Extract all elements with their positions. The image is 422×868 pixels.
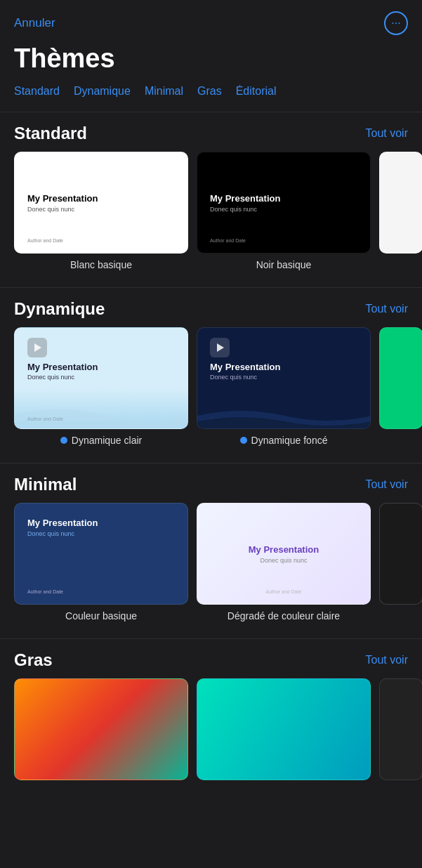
theme-thumb-gras-2[interactable] [197,678,371,780]
blanc-author: Author and Date [27,238,63,243]
tab-gras[interactable]: Gras [197,85,222,98]
dot-dark [240,437,247,444]
blanc-label: Blanc basique [70,259,132,270]
theme-thumb-dyn-light[interactable]: My Presentation Donec quis nunc Author a… [14,327,188,429]
section-gras: Gras Tout voir [0,639,422,791]
header: Annuler ··· [0,0,422,41]
theme-card-partial-gras[interactable] [379,678,422,780]
section-standard: Standard Tout voir My Presentation Donec… [0,112,422,282]
noir-label: Noir basique [256,259,312,270]
noir-sub: Donec quis nunc [210,206,357,213]
play-icon-light [27,338,47,357]
section-title-dynamique: Dynamique [14,299,105,319]
more-button[interactable]: ··· [384,11,408,35]
degrade-title: My Presentation [249,544,319,555]
tab-dynamique[interactable]: Dynamique [74,85,131,98]
degrade-author: Author and Date [266,589,302,594]
theme-card-partial-minimal[interactable] [379,503,422,622]
see-all-minimal[interactable]: Tout voir [366,478,408,491]
section-title-minimal: Minimal [14,475,77,494]
section-title-gras: Gras [14,650,53,670]
themes-row-standard: My Presentation Donec quis nunc Author a… [0,152,422,282]
theme-card-degrade[interactable]: My Presentation Donec quis nunc Author a… [197,503,371,622]
section-header-standard: Standard Tout voir [0,112,422,152]
theme-thumb-blanc[interactable]: My Presentation Donec quis nunc Author a… [14,152,188,254]
theme-thumb-gras-1[interactable] [14,678,188,780]
theme-card-gras-1[interactable] [14,678,188,780]
tab-minimal[interactable]: Minimal [145,85,183,98]
play-triangle-dark [217,343,224,352]
theme-thumb-partial-dyn[interactable] [379,327,422,429]
page-title: Thèmes [0,41,422,85]
see-all-gras[interactable]: Tout voir [366,654,408,666]
see-all-dynamique[interactable]: Tout voir [366,303,408,315]
blanc-title: My Presentation [27,193,175,204]
dyn-light-label: Dynamique clair [72,435,142,446]
theme-card-dyn-light[interactable]: My Presentation Donec quis nunc Author a… [14,327,188,446]
section-dynamique: Dynamique Tout voir My Presentation Done… [0,288,422,457]
section-header-gras: Gras Tout voir [0,639,422,678]
tab-editorial[interactable]: Éditorial [236,85,277,98]
theme-thumb-dyn-dark[interactable]: My Presentation Donec quis nunc Author a… [197,327,371,429]
tab-standard[interactable]: Standard [14,85,60,98]
dyn-dark-label-container: Dynamique foncé [240,435,328,446]
noir-author: Author and Date [210,238,246,243]
theme-card-partial-standard[interactable] [379,152,422,270]
couleur-sub: Donec quis nunc [27,530,175,537]
themes-row-dynamique: My Presentation Donec quis nunc Author a… [0,327,422,457]
themes-row-minimal: My Presentation Donec quis nunc Author a… [0,503,422,633]
dyn-light-sub: Donec quis nunc [27,374,175,381]
theme-thumb-noir[interactable]: My Presentation Donec quis nunc Author a… [197,152,371,254]
themes-row-gras [0,678,422,791]
section-header-minimal: Minimal Tout voir [0,463,422,503]
dot-light [60,437,67,444]
couleur-label: Couleur basique [65,610,137,622]
theme-card-blanc[interactable]: My Presentation Donec quis nunc Author a… [14,152,188,270]
couleur-title: My Presentation [27,518,175,528]
degrade-sub: Donec quis nunc [260,557,307,564]
theme-thumb-partial-standard[interactable] [379,152,422,254]
dyn-dark-title: My Presentation [210,362,357,372]
more-icon: ··· [391,17,400,29]
section-header-dynamique: Dynamique Tout voir [0,288,422,327]
dyn-dark-sub: Donec quis nunc [210,374,357,381]
dyn-dark-label: Dynamique foncé [251,435,328,446]
play-triangle-light [34,343,41,352]
theme-card-couleur[interactable]: My Presentation Donec quis nunc Author a… [14,503,188,622]
filter-tabs: Standard Dynamique Minimal Gras Éditoria… [0,85,422,112]
couleur-author: Author and Date [27,589,63,594]
play-icon-dark [210,338,230,357]
theme-thumb-couleur[interactable]: My Presentation Donec quis nunc Author a… [14,503,188,605]
degrade-label: Dégradé de couleur claire [228,610,340,622]
theme-thumb-degrade[interactable]: My Presentation Donec quis nunc Author a… [197,503,371,605]
wave-light [15,400,188,428]
dyn-light-label-container: Dynamique clair [60,435,142,446]
dyn-light-title: My Presentation [27,362,175,372]
blanc-sub: Donec quis nunc [27,206,175,213]
theme-thumb-partial-gras[interactable] [379,678,422,780]
theme-card-dyn-dark[interactable]: My Presentation Donec quis nunc Author a… [197,327,371,446]
theme-card-noir[interactable]: My Presentation Donec quis nunc Author a… [197,152,371,270]
theme-card-partial-dynamique[interactable] [379,327,422,446]
cancel-button[interactable]: Annuler [14,16,55,30]
section-title-standard: Standard [14,124,87,143]
theme-thumb-partial-min[interactable] [379,503,422,605]
section-minimal: Minimal Tout voir My Presentation Donec … [0,463,422,633]
see-all-standard[interactable]: Tout voir [366,127,408,140]
wave-dark [197,400,371,428]
noir-title: My Presentation [210,193,357,204]
theme-card-gras-2[interactable] [197,678,371,780]
